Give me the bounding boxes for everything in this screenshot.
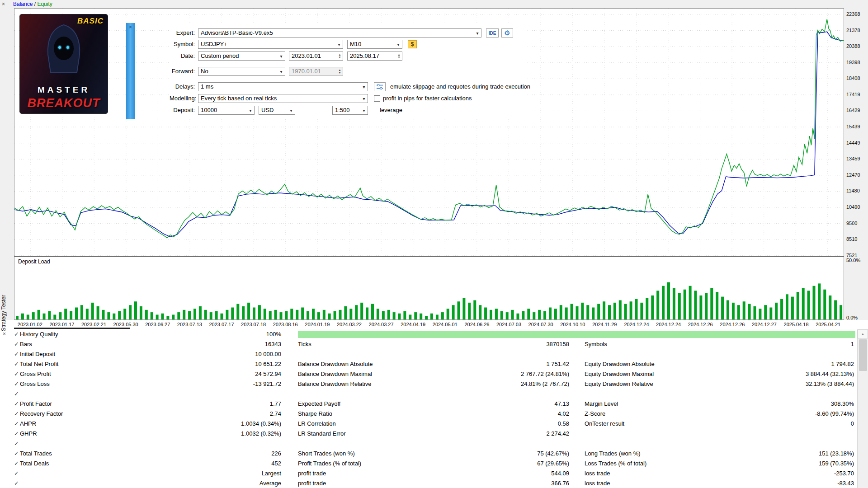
- deposit-load-bar: [59, 312, 61, 319]
- report-value: -8.60 (99.74%): [745, 409, 854, 419]
- deposit-load-bar: [151, 312, 153, 319]
- deposit-load-bar: [571, 304, 573, 320]
- report-value: 24 572.94: [172, 369, 281, 379]
- expert-select[interactable]: Advisors\BTP-Basic-V9.ex5 ▾: [198, 28, 481, 38]
- scrollbar-thumb[interactable]: [859, 339, 867, 371]
- report-row[interactable]: ✓Gross Loss-13 921.72Balance Drawdown Re…: [0, 379, 857, 389]
- timeframe-select[interactable]: M10 ▾: [347, 40, 402, 49]
- chevron-down-icon[interactable]: ▾: [335, 42, 343, 47]
- chevron-down-icon[interactable]: ▾: [247, 108, 254, 113]
- report-label: OnTester result: [585, 419, 624, 429]
- report-row[interactable]: ✓Bars16343Ticks3870158Symbols1: [0, 339, 857, 349]
- deposit-load-bar: [420, 314, 422, 319]
- check-icon: ✓: [14, 479, 19, 488]
- date-to-field[interactable]: 2025.08.17 ▴▾: [347, 52, 402, 61]
- deposit-load-bar: [468, 303, 471, 319]
- deposit-load-bar: [382, 311, 385, 319]
- deposit-load-panel[interactable]: Deposit Load: [14, 256, 844, 320]
- deposit-amount-select[interactable]: 10000 ▾: [198, 106, 255, 115]
- leverage-select[interactable]: 1:500 ▾: [332, 106, 368, 115]
- report-value: 1: [745, 339, 854, 349]
- forward-mode-select[interactable]: No ▾: [198, 67, 285, 76]
- chevron-down-icon[interactable]: ▾: [360, 96, 368, 101]
- deposit-load-bar: [118, 311, 121, 319]
- deposit-load-bar: [737, 305, 740, 319]
- vertical-scrollbar[interactable]: ▲: [857, 329, 868, 488]
- panel-close-icon[interactable]: ×: [3, 331, 6, 337]
- report-label: Loss Trades (% of total): [585, 459, 646, 469]
- report-row[interactable]: ✓History Quality100%: [0, 329, 857, 339]
- report-row[interactable]: ✓: [0, 389, 857, 399]
- deposit-load-bar: [630, 301, 632, 319]
- deposit-load-bar: [533, 312, 535, 319]
- deposit-load-bar: [791, 297, 794, 319]
- delays-select[interactable]: 1 ms ▾: [198, 82, 368, 91]
- report-row[interactable]: ✓Total Trades226Short Trades (won %)75 (…: [0, 449, 857, 459]
- gear-icon[interactable]: ⚙: [501, 28, 513, 38]
- deposit-load-bar: [113, 314, 115, 319]
- deposit-load-bar: [38, 310, 40, 319]
- deposit-load-bar: [269, 311, 272, 319]
- deposit-load-bar: [635, 299, 638, 319]
- report-label: Balance Drawdown Relative: [298, 379, 372, 389]
- spin-down-icon[interactable]: ▾: [339, 56, 341, 59]
- report-row[interactable]: ✓Largestprofit trade544.09loss trade-253…: [0, 469, 857, 479]
- scroll-up-button[interactable]: ▲: [858, 329, 868, 338]
- deposit-load-bar: [296, 310, 298, 319]
- deposit-load-bar: [140, 306, 142, 319]
- deposit-load-bar: [134, 301, 137, 319]
- spin-down-icon[interactable]: ▾: [398, 56, 400, 59]
- spinner-icon[interactable]: ▴▾: [396, 53, 402, 59]
- chevron-down-icon[interactable]: ▾: [288, 108, 295, 113]
- modelling-row: Modelling: Every tick based on real tick…: [170, 94, 527, 103]
- deposit-load-bar: [447, 309, 449, 319]
- check-icon: ✓: [14, 379, 19, 389]
- report-row[interactable]: ✓Averageprofit trade366.76loss trade-83.…: [0, 479, 857, 488]
- chevron-down-icon[interactable]: ▾: [395, 42, 402, 47]
- deposit-currency-select[interactable]: USD ▾: [259, 106, 295, 115]
- custom-symbol-button[interactable]: $: [408, 40, 417, 48]
- deposit-load-bar: [398, 314, 401, 319]
- profit-in-pips-checkbox[interactable]: [374, 95, 380, 102]
- x-axis-label: 2023.01.17: [49, 322, 74, 327]
- report-label: Profit Factor: [20, 399, 52, 409]
- report-row[interactable]: ✓GHPR1.0032 (0.32%)LR Standard Error2 27…: [0, 429, 857, 439]
- horizontal-scrollbar[interactable]: [14, 328, 130, 329]
- report-row[interactable]: ✓: [0, 439, 857, 449]
- deposit-load-bar: [70, 311, 72, 319]
- report-row[interactable]: ✓Gross Profit24 572.94Balance Drawdown M…: [0, 369, 857, 379]
- x-axis-label: 2025.04.18: [784, 322, 809, 327]
- chevron-down-icon[interactable]: ▾: [360, 84, 368, 89]
- report-row[interactable]: ✓Recovery Factor2.74Sharpe Ratio4.02Z-Sc…: [0, 409, 857, 419]
- report-row[interactable]: ✓Total Net Profit10 651.22Balance Drawdo…: [0, 359, 857, 369]
- deposit-load-bar: [818, 283, 821, 319]
- forward-mode-value: No: [198, 67, 278, 75]
- product-title-line1: MASTER: [19, 85, 108, 95]
- deposit-load-bar: [511, 310, 514, 319]
- accent-bar-close-icon[interactable]: ×: [126, 24, 135, 30]
- report-label: AHPR: [20, 419, 36, 429]
- deposit-load-bar: [285, 311, 288, 319]
- modelling-select[interactable]: Every tick based on real ticks ▾: [198, 94, 368, 103]
- chevron-down-icon[interactable]: ▾: [360, 108, 368, 113]
- report-row[interactable]: ✓Total Deals452Profit Trades (% of total…: [0, 459, 857, 469]
- close-icon[interactable]: ×: [2, 1, 5, 7]
- chevron-down-icon[interactable]: ▾: [278, 69, 285, 74]
- date-mode-select[interactable]: Custom period ▾: [198, 52, 285, 61]
- chevron-down-icon[interactable]: ▾: [474, 31, 481, 36]
- report-row[interactable]: ✓AHPR1.0034 (0.34%)LR Correlation0.58OnT…: [0, 419, 857, 429]
- forward-date-field: 1970.01.01 ▴▾: [289, 67, 343, 76]
- ide-button[interactable]: IDE: [486, 28, 499, 38]
- deposit-load-bar: [495, 309, 498, 319]
- spinner-icon[interactable]: ▴▾: [337, 53, 343, 59]
- report-row[interactable]: ✓Initial Deposit10 000.00: [0, 349, 857, 359]
- report-row[interactable]: ✓Profit Factor1.77Expected Payoff47.13Ma…: [0, 399, 857, 409]
- strategy-tester-tab[interactable]: Strategy Tester: [0, 296, 7, 331]
- slippage-settings-button[interactable]: [374, 82, 386, 91]
- deposit-load-bar: [517, 314, 519, 319]
- deposit-load-bar: [640, 303, 643, 319]
- date-from-field[interactable]: 2023.01.01 ▴▾: [289, 52, 343, 61]
- symbol-select[interactable]: USDJPY+ ▾: [198, 40, 343, 49]
- chevron-down-icon[interactable]: ▾: [278, 54, 285, 59]
- deposit-load-bar: [301, 308, 304, 320]
